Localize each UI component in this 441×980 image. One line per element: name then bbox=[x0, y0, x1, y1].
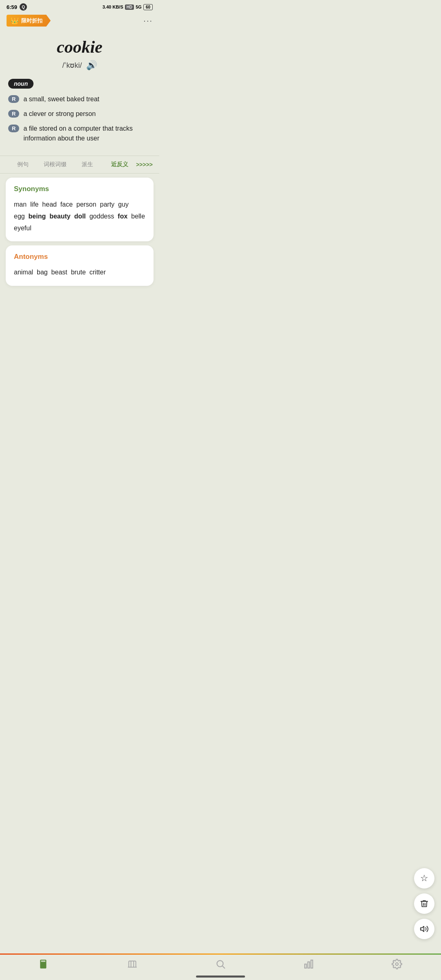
tab-bar: 例句 词根词缀 派生 近反义 >>>>> bbox=[0, 156, 159, 174]
pos-badge: noun bbox=[8, 79, 33, 89]
def-badge-2: R bbox=[8, 110, 19, 118]
definition-1: R a small, sweet baked treat bbox=[8, 94, 151, 104]
antonyms-card: Antonyms animal bag beast brute critter bbox=[6, 245, 154, 286]
status-bar: 6:59 Q 3.40 KB/S HD 5G 60 bbox=[0, 0, 159, 12]
def-text-2: a clever or strong person bbox=[23, 109, 96, 119]
antonyms-list: animal bag beast brute critter bbox=[14, 267, 145, 278]
hd-badge: HD bbox=[125, 4, 134, 10]
tab-roots[interactable]: 词根词缀 bbox=[39, 159, 71, 170]
definition-2: R a clever or strong person bbox=[8, 109, 151, 119]
def-text-1: a small, sweet baked treat bbox=[23, 94, 99, 104]
promo-label: 限时折扣 bbox=[21, 17, 42, 24]
def-badge-1: R bbox=[8, 95, 19, 103]
time: 6:59 bbox=[7, 4, 17, 10]
word-title: cookie bbox=[8, 37, 151, 57]
synonyms-card: Synonyms man life head face person party… bbox=[6, 178, 154, 241]
tab-arrow[interactable]: >>>>> bbox=[136, 161, 153, 168]
synonyms-list: man life head face person party guy egg … bbox=[14, 199, 145, 234]
more-button[interactable]: ··· bbox=[143, 16, 153, 25]
battery: 60 bbox=[143, 4, 153, 10]
network-speed: 3.40 KB/S bbox=[102, 4, 123, 9]
status-right: 3.40 KB/S HD 5G 60 bbox=[102, 4, 153, 10]
tab-derivatives[interactable]: 派生 bbox=[71, 159, 104, 170]
sound-button[interactable]: 🔊 bbox=[86, 60, 97, 71]
antonyms-title: Antonyms bbox=[14, 253, 145, 261]
def-badge-3: R bbox=[8, 125, 19, 132]
word-header: cookie /ˈkʊki/ 🔊 bbox=[0, 31, 159, 75]
tab-examples[interactable]: 例句 bbox=[7, 159, 39, 170]
phonetic: /ˈkʊki/ 🔊 bbox=[8, 60, 151, 71]
qq-icon: Q bbox=[20, 3, 27, 11]
definitions: R a small, sweet baked treat R a clever … bbox=[0, 91, 159, 153]
promo-badge[interactable]: 👑 限时折扣 bbox=[7, 15, 51, 27]
definition-3: R a file stored on a computer that track… bbox=[8, 124, 151, 143]
phonetic-text: /ˈkʊki/ bbox=[62, 61, 82, 70]
tab-synonyms[interactable]: 近反义 bbox=[104, 159, 136, 170]
pos-section: noun bbox=[0, 75, 159, 91]
top-banner: 👑 限时折扣 ··· bbox=[0, 12, 159, 29]
synonyms-title: Synonyms bbox=[14, 185, 145, 193]
def-text-3: a file stored on a computer that tracks … bbox=[23, 124, 151, 143]
signal-5g: 5G bbox=[136, 4, 142, 9]
status-left: 6:59 Q bbox=[7, 3, 27, 11]
crown-icon: 👑 bbox=[11, 17, 19, 24]
